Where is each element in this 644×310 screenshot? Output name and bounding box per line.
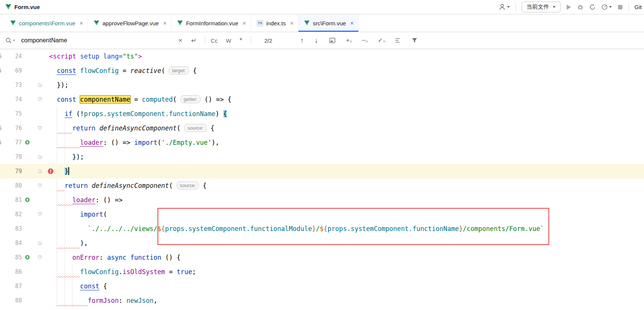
close-icon[interactable]: × [163, 20, 167, 26]
gutter: 80 [0, 178, 46, 193]
coverage-button[interactable] [589, 4, 596, 10]
line-number: 79 [0, 164, 22, 178]
fold-marker[interactable] [38, 255, 42, 259]
line-number: 77 [0, 135, 22, 150]
gutter: 74 [0, 92, 46, 107]
previous-match-button[interactable]: ↑ [300, 37, 304, 45]
code-line-88: 88 formJson: newJson, [0, 293, 644, 308]
debug-button[interactable] [577, 4, 584, 10]
line-number: 86 [0, 265, 22, 279]
gutter: 85 [0, 250, 46, 265]
code-text[interactable]: formJson: newJson, [49, 293, 158, 308]
close-icon[interactable]: × [242, 20, 246, 26]
line-number: 24 [0, 49, 22, 64]
select-all-occurrences-icon[interactable]: ✓II [378, 37, 386, 43]
code-text[interactable]: loader: () => import('./Empty.vue'), [49, 135, 219, 150]
overrides-gutter-icon[interactable] [25, 140, 30, 145]
fold-marker[interactable] [38, 97, 42, 101]
code-line-85: 85 onError: async function () { [0, 250, 644, 265]
next-match-button[interactable]: ↓ [315, 37, 318, 45]
fold-marker[interactable] [38, 241, 42, 245]
tab-forminformation-vue[interactable]: FormInformation.vue× [171, 14, 251, 32]
remove-occurrence-icon[interactable]: −II [362, 37, 368, 43]
gutter: 88 [0, 293, 46, 308]
code-with-me-users-icon[interactable] [499, 3, 510, 11]
code-text[interactable]: `./../../../views/${props.systemComponen… [49, 222, 544, 236]
words-toggle[interactable]: W [226, 37, 231, 44]
gutter: 624 [0, 49, 46, 64]
tab-approveflowpage-vue[interactable]: approveFlowPage.vue× [88, 14, 171, 32]
code-text[interactable]: loader: () => [49, 193, 123, 207]
open-in-find-window-icon[interactable] [329, 38, 335, 43]
gutter: 676 [0, 121, 46, 135]
code-text[interactable]: <script setup lang="ts"> [49, 49, 142, 64]
search-icon[interactable] [5, 37, 15, 44]
tab-label: src\Form.vue [313, 20, 346, 26]
divider [251, 36, 251, 45]
code-line-79: 79 } [0, 164, 644, 178]
new-line-icon[interactable]: ↵ [191, 37, 196, 45]
code-text[interactable]: return defineAsyncComponent( source: { [49, 178, 207, 193]
filter-icon[interactable] [412, 38, 417, 43]
gutter: 78 [0, 150, 46, 164]
line-number: 82 [0, 207, 22, 222]
stop-button[interactable] [618, 5, 623, 10]
fold-marker[interactable] [38, 183, 42, 188]
code-text[interactable]: const flowConfig = reactive( target: { [49, 64, 197, 78]
code-line-80: 80 return defineAsyncComponent( source: … [0, 178, 644, 193]
code-text[interactable]: ), [49, 236, 88, 250]
line-number: 85 [0, 250, 22, 265]
code-line-82: 82 import( [0, 207, 644, 222]
code-text[interactable]: import( [49, 207, 107, 222]
close-icon[interactable]: × [290, 20, 293, 26]
line-number: 69 [0, 64, 22, 78]
fold-marker[interactable] [38, 155, 42, 159]
code-text[interactable]: flowConfig.isOldSystem = true; [49, 265, 196, 279]
code-text[interactable]: const componentName = computed( getter: … [49, 92, 232, 107]
line-number: 78 [0, 150, 22, 164]
error-icon[interactable] [48, 168, 54, 174]
code-text[interactable]: if (!props.systemComponent.functionName)… [49, 107, 227, 121]
code-text[interactable]: onError: async function () { [49, 250, 181, 265]
tab-components-form-vue[interactable]: components\Form.vue× [5, 14, 88, 32]
clear-search-icon[interactable]: × [178, 36, 182, 45]
divider [629, 3, 629, 11]
code-text[interactable]: const { [49, 279, 107, 293]
tab-index-ts[interactable]: TSindex.ts× [251, 14, 299, 32]
run-configuration-selector[interactable]: 当前文件 [522, 2, 561, 12]
line-number: 88 [0, 293, 22, 308]
fold-marker[interactable] [38, 126, 42, 130]
regex-toggle[interactable]: * [239, 36, 242, 45]
fold-marker[interactable] [38, 169, 42, 173]
run-configuration-label: 当前文件 [527, 3, 549, 11]
line-number: 74 [0, 92, 22, 107]
tab-src-form-vue[interactable]: src\Form.vue× [298, 14, 358, 32]
gutter: 73 [0, 78, 46, 92]
profiler-button[interactable] [601, 4, 612, 10]
code-line-81: 81 loader: () => [0, 193, 644, 207]
match-case-toggle[interactable]: Cc [211, 37, 218, 44]
close-icon[interactable]: × [79, 20, 83, 26]
line-number: 87 [0, 279, 22, 293]
title-bar: Form.vue 当前文件 Git [0, 0, 644, 14]
code-text[interactable]: }); [49, 78, 68, 92]
code-line-83: 83 `./../../../views/${props.systemCompo… [0, 222, 644, 236]
typescript-icon: TS [257, 20, 263, 26]
code-text[interactable]: return defineAsyncComponent( source: { [49, 121, 214, 135]
overrides-gutter-icon[interactable] [25, 197, 30, 202]
filter-lines-icon[interactable] [395, 38, 402, 43]
code-text[interactable]: }); [49, 150, 84, 164]
search-input[interactable]: componentName [21, 37, 67, 44]
run-button[interactable] [566, 4, 571, 10]
code-line-75: 75 if (!props.systemComponent.functionNa… [0, 107, 644, 121]
tab-label: FormInformation.vue [186, 20, 238, 26]
vcs-widget[interactable]: Git [635, 4, 642, 10]
fold-marker[interactable] [38, 212, 42, 216]
code-line-73: 73 }); [0, 78, 644, 92]
gutter: 79 [0, 164, 46, 178]
fold-marker[interactable] [38, 83, 42, 87]
add-occurrence-icon[interactable]: +II [346, 37, 352, 43]
overrides-gutter-icon[interactable] [25, 255, 30, 260]
code-line-84: 84 ), [0, 236, 644, 250]
close-icon[interactable]: × [350, 20, 354, 26]
